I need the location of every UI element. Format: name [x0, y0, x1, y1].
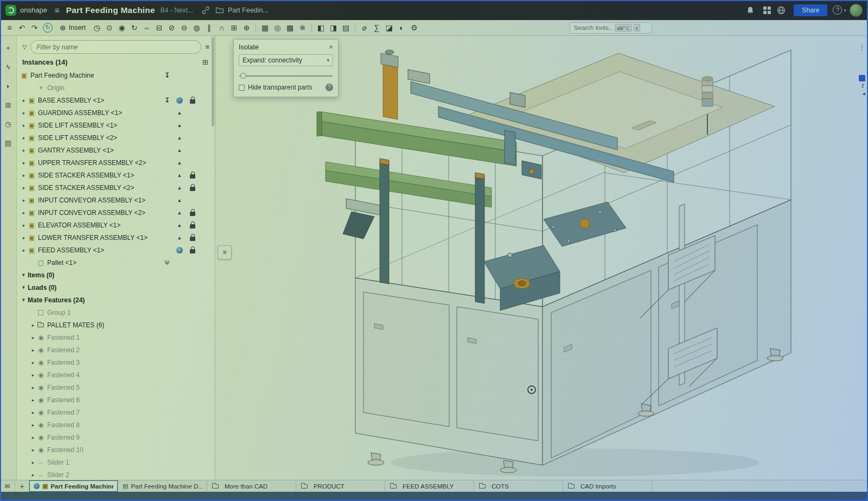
state-triangle-icon[interactable]: ▲: [177, 185, 182, 191]
expand-chevron[interactable]: ▸: [21, 284, 27, 291]
tangent-mate-icon[interactable]: ∩: [215, 22, 228, 34]
globe-icon[interactable]: [777, 6, 786, 15]
expand-chevron[interactable]: ▸: [20, 160, 28, 166]
document-tab[interactable]: COTS: [474, 480, 563, 492]
main-menu-icon[interactable]: ≡: [55, 5, 60, 15]
state-triangle-icon[interactable]: ▲: [177, 210, 182, 215]
filter-by-name-input[interactable]: [30, 40, 201, 54]
expand-chevron[interactable]: ▸: [20, 98, 28, 103]
notifications-button[interactable]: 1: [746, 0, 755, 24]
expand-chevron[interactable]: ▸: [29, 385, 37, 390]
tree-row[interactable]: ▸▣SIDE STACKER ASSEMBLY <2>▲: [17, 181, 215, 194]
expand-chevron[interactable]: ▸: [20, 110, 28, 116]
close-icon[interactable]: ×: [329, 43, 333, 51]
slider-thumb[interactable]: [240, 73, 246, 79]
tree-row[interactable]: ▸◉Fastened 6: [17, 394, 215, 406]
expand-chevron[interactable]: ▸: [20, 123, 28, 128]
document-tab[interactable]: ▤Part Feeding Machine D...: [118, 480, 207, 492]
fastened-mate-icon[interactable]: ◉: [116, 22, 128, 34]
tree-row[interactable]: ▸Group 1: [17, 306, 215, 319]
expand-chevron[interactable]: ▸: [20, 248, 28, 253]
tree-row[interactable]: ▸◉Fastened 10: [17, 443, 215, 456]
display-states-icon[interactable]: ◧: [315, 22, 327, 34]
tree-row[interactable]: ▸◉Fastened 5: [17, 381, 215, 394]
isolate-distance-slider[interactable]: [239, 73, 333, 79]
share-link-icon[interactable]: [201, 6, 210, 15]
mate-icon[interactable]: ⊙: [103, 22, 116, 34]
tree-row[interactable]: ▸◉Fastened 3: [17, 356, 215, 369]
cylindrical-mate-icon[interactable]: ⊘: [165, 22, 178, 34]
tree-row[interactable]: ▸▣INPUT CONVEYOR ASSEMBLY <1>▲: [17, 194, 215, 206]
onshape-logo-icon[interactable]: [5, 5, 16, 16]
tree-row[interactable]: ▸▣ELEVATOR ASSEMBLY <1>▲: [17, 219, 215, 231]
tree-row[interactable]: ▸+Origin: [17, 81, 215, 94]
comments-icon[interactable]: ◗: [2, 80, 14, 92]
tree-scrollbar[interactable]: [211, 36, 214, 480]
expand-chevron[interactable]: ▸: [20, 198, 28, 203]
tree-row[interactable]: ▸▣SIDE LIFT ASSEMBLY <2>▲: [17, 131, 215, 144]
document-tab[interactable]: PRODUCT: [296, 480, 385, 492]
add-tab-button[interactable]: +: [15, 480, 29, 492]
tree-scrollbar-thumb[interactable]: [212, 37, 214, 126]
history-panel-icon[interactable]: ◷: [2, 118, 14, 130]
explode-icon[interactable]: ※: [296, 22, 309, 34]
expand-chevron[interactable]: ▸: [29, 397, 37, 403]
replicate-icon[interactable]: ▩: [284, 22, 296, 34]
expand-connectivity-dropdown[interactable]: Expand: connectivity ▾: [239, 54, 333, 66]
folder-breadcrumb[interactable]: Part Feedin...: [228, 7, 269, 14]
hide-transparent-parts-checkbox[interactable]: [239, 85, 245, 91]
insert-button[interactable]: ⊕ Insert: [55, 22, 91, 34]
tree-row[interactable]: ▣Part Feeding Machine↧: [17, 69, 215, 81]
toggle-instances-panel-icon[interactable]: ≡: [3, 22, 16, 34]
tree-row[interactable]: ▸◉Fastened 1: [17, 331, 215, 344]
apps-grid-icon[interactable]: [763, 6, 771, 15]
list-view-icon[interactable]: ≡: [205, 43, 209, 51]
tree-row[interactable]: ▸▣LOWER TRANSFER ASSEMBLY <1>▲: [17, 231, 215, 244]
expand-chevron[interactable]: ▸: [20, 235, 28, 240]
fixed-anchor-icon[interactable]: ↧: [164, 72, 170, 79]
slider-mate-icon[interactable]: ⇔: [141, 22, 153, 34]
state-triangle-icon[interactable]: ▲: [177, 148, 182, 153]
help-circle-icon[interactable]: ?: [326, 84, 333, 91]
viewport-options-icon[interactable]: ⋮: [859, 43, 865, 51]
feedback-icon[interactable]: ✉: [0, 480, 15, 492]
document-tab[interactable]: CAD Imports: [563, 480, 652, 492]
tree-row[interactable]: ▸▣SIDE LIFT ASSEMBLY <1>▲: [17, 119, 215, 131]
history-icon[interactable]: ◷: [91, 22, 103, 34]
measure-icon[interactable]: ⌀: [358, 22, 371, 34]
group-icon[interactable]: ⊞: [228, 22, 240, 34]
expand-chevron[interactable]: ▸: [20, 173, 28, 178]
user-avatar[interactable]: [850, 4, 863, 17]
expand-chevron[interactable]: ▸: [20, 223, 28, 228]
structure-flyout-button[interactable]: ≡: [218, 245, 232, 259]
revolute-mate-icon[interactable]: ↻: [128, 22, 141, 34]
tree-row[interactable]: ▸◉Fastened 7: [17, 406, 215, 418]
slider-track[interactable]: [239, 75, 333, 77]
tree-row[interactable]: ▸▣GANTRY ASSEMBLY <1>▲: [17, 144, 215, 156]
circular-pattern-icon[interactable]: ◎: [271, 22, 284, 34]
parallel-mate-icon[interactable]: ∥: [203, 22, 215, 34]
planar-mate-icon[interactable]: ⊟: [153, 22, 165, 34]
in-context-update-icon[interactable]: ↻: [176, 247, 183, 253]
tree-row[interactable]: ▸▣BASE ASSEMBLY <1>↧: [17, 94, 215, 106]
tree-row[interactable]: ▸⇔Slider 2: [17, 468, 215, 480]
viewport-3d[interactable]: ≡ ⋮ z ◂: [215, 36, 868, 480]
z-axis-badge[interactable]: [859, 75, 865, 81]
mate-connector-icon[interactable]: Ψ: [164, 259, 169, 266]
lock-icon[interactable]: [190, 249, 195, 253]
expand-chevron[interactable]: ▸: [29, 422, 37, 428]
expand-chevron[interactable]: ▸: [29, 360, 37, 365]
named-positions-icon[interactable]: ◨: [327, 22, 340, 34]
filter-funnel-icon[interactable]: ▽: [22, 43, 27, 50]
open-insert-dialog-icon[interactable]: ⊞: [202, 58, 208, 66]
expand-chevron[interactable]: ▸: [29, 347, 37, 353]
create-version-icon[interactable]: +: [2, 42, 14, 54]
tree-row[interactable]: ▸▢Pallet <1>Ψ: [17, 256, 215, 269]
appearance-panel-icon[interactable]: ϟ: [2, 61, 14, 73]
expand-chevron[interactable]: ▸: [29, 372, 37, 378]
lock-icon[interactable]: [190, 174, 195, 179]
collapse-right-panel-icon[interactable]: ◂: [862, 90, 865, 97]
tree-row[interactable]: ▸⇔Slider 1: [17, 456, 215, 468]
expand-chevron[interactable]: ▸: [29, 435, 37, 440]
expand-chevron[interactable]: ▸: [20, 148, 28, 153]
